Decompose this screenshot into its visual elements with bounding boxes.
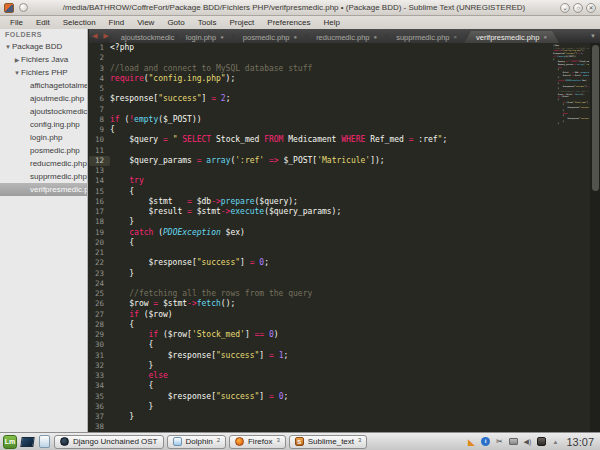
tab-verifpresmedic-php[interactable]: verifpresmedic.php●	[464, 31, 559, 43]
line-number: 34	[89, 381, 110, 391]
info-tray-icon[interactable]: i	[480, 437, 490, 447]
tab-ajoutstockmedic[interactable]: ajoutstockmedic	[109, 31, 179, 43]
line-number: 16	[89, 197, 110, 207]
code-line[interactable]: 16 $stmt = $db->prepare($query);	[89, 197, 600, 207]
volume-tray-icon[interactable]: ◀)	[522, 437, 532, 447]
code-line[interactable]: 33 else	[89, 371, 600, 381]
code-line[interactable]: 1<?php	[89, 43, 600, 53]
code-line[interactable]: 5	[89, 84, 600, 94]
tree-file-ajoutmedic-php[interactable]: ajoutmedic.php	[0, 92, 87, 105]
code-line[interactable]: 19 catch (PDOException $ex)	[89, 228, 600, 238]
taskbar-clock[interactable]: 13:07	[563, 436, 597, 448]
code-line[interactable]: 21	[89, 248, 600, 258]
tree-file-verifpresmedic-ph[interactable]: verifpresmedic.ph	[0, 183, 87, 196]
tab-close-icon[interactable]: ×	[454, 34, 458, 40]
tab-posmedic-php[interactable]: posmedic.php●	[231, 31, 309, 43]
code-line[interactable]: 35 $response["success"] = 0;	[89, 392, 600, 402]
modified-dot-icon: ●	[294, 34, 298, 40]
code-line[interactable]: 27 if ($row)	[89, 310, 600, 320]
tab-reducmedic-php[interactable]: reducmedic.php●	[304, 31, 389, 43]
code-line[interactable]: 23 }	[89, 269, 600, 279]
menu-item-goto[interactable]: Goto	[161, 17, 190, 28]
tree-file-config-ing-php[interactable]: config.ing.php	[0, 118, 87, 131]
tab-label: verifpresmedic.php	[476, 33, 539, 42]
tree-file-reducmedic-php[interactable]: reducmedic.php	[0, 157, 87, 170]
code-line[interactable]: 31 $response["success"] = 1;	[89, 351, 600, 361]
code-line[interactable]: 30 {	[89, 340, 600, 350]
panel-expand-icon[interactable]: ▲	[550, 437, 560, 447]
code-line[interactable]: 10 $query = " SELECT Stock_med FROM Medi…	[89, 135, 600, 145]
code-line[interactable]: 29 if ($row['Stock_med'] == 0)	[89, 330, 600, 340]
code-line[interactable]: 14 try	[89, 176, 600, 186]
code-line[interactable]: 24	[89, 279, 600, 289]
chevron-down-icon[interactable]: ▼	[4, 44, 12, 50]
code-text: $stmt = $db->prepare($query);	[110, 197, 298, 207]
menu-item-selection[interactable]: Selection	[57, 17, 102, 28]
titlebar-menu-button[interactable]	[19, 3, 28, 12]
media-player-tray-icon[interactable]: ◣	[466, 437, 476, 447]
tab-login-php[interactable]: login.php●	[174, 31, 236, 43]
chevron-down-icon[interactable]: ▼	[13, 70, 21, 76]
chevron-right-icon[interactable]: ▶	[13, 56, 21, 63]
code-line[interactable]: 11	[89, 146, 600, 156]
taskbar-button-sublime-text[interactable]: SSublime_text3	[289, 435, 368, 449]
tree-file-affichagetotalmed[interactable]: affichagetotalmed	[0, 79, 87, 92]
code-line[interactable]: 34 {	[89, 381, 600, 391]
show-desktop-button[interactable]	[20, 435, 34, 449]
minimize-icon[interactable]: ⌄	[560, 3, 570, 13]
menu-item-file[interactable]: File	[4, 17, 29, 28]
code-line[interactable]: 12 $query_params = array(':ref' => $_POS…	[89, 156, 600, 166]
tab-supprmedic-php[interactable]: supprmedic.php×	[384, 31, 469, 43]
code-text: $query = " SELECT Stock_med FROM Medicam…	[110, 135, 447, 145]
code-line[interactable]: 25 //fetching all the rows from the quer…	[89, 289, 600, 299]
tree-folder-fichiers-java[interactable]: ▶Fichiers Java	[0, 53, 87, 66]
code-line[interactable]: 13	[89, 166, 600, 176]
tree-folder-package-bdd[interactable]: ▼Package BDD	[0, 40, 87, 53]
code-line[interactable]: 36 }	[89, 402, 600, 412]
menu-item-view[interactable]: View	[131, 17, 160, 28]
taskbar-button-django-unchained-ost[interactable]: Django Unchained OST	[54, 435, 164, 449]
close-icon[interactable]: ✕	[586, 3, 596, 13]
taskbar-button-dolphin[interactable]: Dolphin2	[167, 435, 226, 449]
code-line[interactable]: 7	[89, 105, 600, 115]
code-line[interactable]: 22 $response["success"] = 0;	[89, 258, 600, 268]
code-line[interactable]: 18 }	[89, 217, 600, 227]
user-switch-tray-icon[interactable]	[536, 437, 546, 447]
editor-scrollbar[interactable]	[590, 43, 600, 432]
menu-item-edit[interactable]: Edit	[30, 17, 56, 28]
file-manager-button[interactable]	[37, 435, 51, 449]
code-line[interactable]: 9{	[89, 125, 600, 135]
maximize-icon[interactable]: ○	[573, 3, 583, 13]
menu-item-preferences[interactable]: Preferences	[261, 17, 316, 28]
klipper-tray-icon[interactable]: ✂	[494, 437, 504, 447]
code-editor[interactable]: 1<?php23//load and connect to MySQL data…	[89, 43, 600, 432]
window-titlebar[interactable]: /media/BATHROW/CoffreFort/Package BDD/Fi…	[0, 0, 600, 16]
code-line[interactable]: 8if (!empty($_POST))	[89, 115, 600, 125]
code-line[interactable]: 26 $row = $stmt->fetch();	[89, 299, 600, 309]
taskbar-button-firefox[interactable]: Firefox3	[229, 435, 286, 449]
code-line[interactable]: 28 {	[89, 320, 600, 330]
code-line[interactable]: 6$response["success"] = 2;	[89, 94, 600, 104]
menu-item-tools[interactable]: Tools	[192, 17, 223, 28]
code-line[interactable]: 4require("config.ing.php");	[89, 74, 600, 84]
tree-folder-fichiers-php[interactable]: ▼Fichiers PHP	[0, 66, 87, 79]
code-line[interactable]: 15 {	[89, 187, 600, 197]
menu-item-help[interactable]: Help	[317, 17, 345, 28]
code-line[interactable]: 2	[89, 53, 600, 63]
menu-item-find[interactable]: Find	[103, 17, 131, 28]
code-line[interactable]: 32 }	[89, 361, 600, 371]
code-line[interactable]: 37 }	[89, 412, 600, 422]
code-line[interactable]: 17 $result = $stmt->execute($query_param…	[89, 207, 600, 217]
network-tray-icon[interactable]	[508, 437, 518, 447]
minimap[interactable]: <?php//load and connect to MySQL databas…	[553, 44, 589, 431]
code-line[interactable]: 38	[89, 422, 600, 432]
editor-scrollbar-thumb[interactable]	[592, 45, 599, 191]
tree-file-supprmedic-php[interactable]: supprmedic.php	[0, 170, 87, 183]
tree-file-login-php[interactable]: login.php	[0, 131, 87, 144]
start-menu-button[interactable]: Lm	[3, 435, 17, 449]
code-line[interactable]: 20 {	[89, 238, 600, 248]
menu-item-project[interactable]: Project	[223, 17, 260, 28]
code-line[interactable]: 3//load and connect to MySQL database st…	[89, 64, 600, 74]
tree-file-ajoutstockmedic-p[interactable]: ajoutstockmedic.p	[0, 105, 87, 118]
tree-file-posmedic-php[interactable]: posmedic.php	[0, 144, 87, 157]
